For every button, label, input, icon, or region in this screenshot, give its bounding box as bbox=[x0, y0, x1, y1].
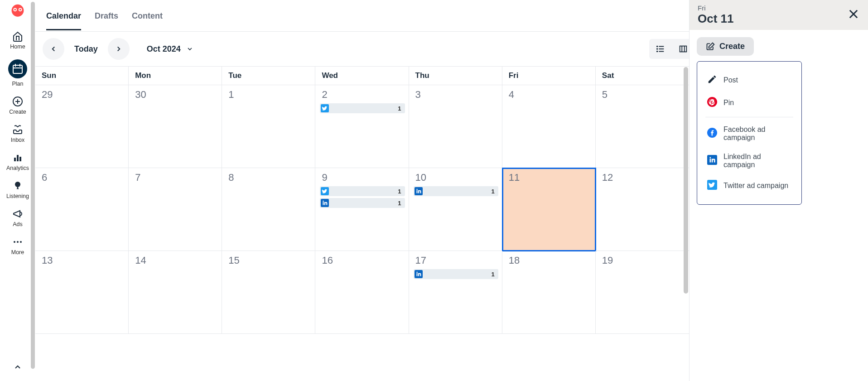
day-cell[interactable]: 21 bbox=[315, 85, 409, 168]
nav-label: Analytics bbox=[6, 165, 29, 171]
day-header: Sun bbox=[35, 67, 129, 85]
event-pill[interactable]: 1 bbox=[320, 198, 405, 208]
sidenav-scrollbar[interactable] bbox=[29, 0, 35, 381]
pinterest-icon bbox=[707, 97, 717, 109]
svg-point-4 bbox=[19, 9, 21, 10]
day-number: 1 bbox=[228, 89, 311, 101]
day-cell[interactable]: 8 bbox=[222, 168, 315, 251]
day-number: 10 bbox=[415, 172, 498, 183]
menu-item-linkedin-ad-campaign[interactable]: LinkedIn ad campaign bbox=[705, 147, 793, 174]
day-cell[interactable]: 4 bbox=[502, 85, 596, 168]
svg-point-59 bbox=[707, 97, 717, 107]
day-number: 2 bbox=[322, 89, 405, 101]
day-cell[interactable]: 5 bbox=[596, 85, 689, 168]
day-cell[interactable]: 16 bbox=[315, 251, 409, 334]
day-number: 17 bbox=[415, 255, 498, 266]
event-count: 1 bbox=[398, 105, 401, 112]
day-cell[interactable]: 6 bbox=[35, 168, 129, 251]
menu-item-facebook-ad-campaign[interactable]: Facebook ad campaign bbox=[705, 120, 793, 147]
svg-point-16 bbox=[15, 182, 20, 187]
day-cell[interactable]: 14 bbox=[129, 251, 222, 334]
menu-item-label: Pin bbox=[723, 99, 734, 107]
event-count: 1 bbox=[398, 188, 401, 195]
nav-label: Create bbox=[9, 109, 26, 115]
close-panel-button[interactable] bbox=[847, 8, 860, 22]
svg-rect-13 bbox=[14, 158, 16, 161]
svg-point-18 bbox=[17, 241, 19, 243]
event-count: 1 bbox=[398, 200, 401, 207]
compose-icon bbox=[706, 42, 715, 51]
collapse-sidebar-button[interactable] bbox=[13, 356, 22, 381]
svg-rect-35 bbox=[680, 46, 687, 52]
day-cell[interactable]: 911 bbox=[315, 168, 409, 251]
day-cell[interactable]: 19 bbox=[596, 251, 689, 334]
calendar-scrollbar[interactable] bbox=[682, 66, 689, 381]
linkedin-icon bbox=[320, 198, 330, 208]
day-cell[interactable]: 7 bbox=[129, 168, 222, 251]
day-cell[interactable]: 30 bbox=[129, 85, 222, 168]
event-pill[interactable]: 1 bbox=[320, 103, 405, 113]
hootsuite-logo bbox=[7, 3, 28, 24]
nav-label: Listening bbox=[6, 193, 29, 199]
svg-point-3 bbox=[14, 9, 16, 10]
svg-point-33 bbox=[657, 48, 658, 49]
nav-label: Ads bbox=[13, 221, 23, 227]
day-cell[interactable]: 101 bbox=[409, 168, 502, 251]
month-picker[interactable]: Oct 2024 bbox=[147, 44, 193, 54]
day-cell[interactable]: 29 bbox=[35, 85, 129, 168]
create-chip-button[interactable]: Create bbox=[697, 37, 754, 56]
menu-item-twitter-ad-campaign[interactable]: Twitter ad campaign bbox=[705, 174, 793, 197]
list-view-button[interactable] bbox=[649, 39, 672, 59]
calendar-viewport: SunMonTueWedThuFriSat 293012134567891110… bbox=[35, 66, 689, 381]
nav-label: Plan bbox=[12, 81, 23, 87]
day-number: 7 bbox=[135, 172, 218, 183]
day-cell[interactable]: 11 bbox=[502, 168, 596, 251]
day-header: Tue bbox=[222, 67, 315, 85]
twitter-icon bbox=[320, 186, 330, 196]
menu-item-label: LinkedIn ad campaign bbox=[723, 153, 791, 169]
event-pill[interactable]: 1 bbox=[320, 186, 405, 196]
event-pill[interactable]: 1 bbox=[414, 186, 498, 196]
sidenav: Home Plan Create Inbox Analytics Listeni… bbox=[0, 0, 35, 381]
tab-drafts[interactable]: Drafts bbox=[95, 1, 118, 30]
event-count: 1 bbox=[491, 271, 494, 278]
prev-period-button[interactable] bbox=[43, 38, 64, 60]
facebook-icon bbox=[707, 128, 717, 140]
day-cell[interactable]: 12 bbox=[596, 168, 689, 251]
tab-calendar[interactable]: Calendar bbox=[46, 1, 81, 30]
day-cell[interactable]: 13 bbox=[35, 251, 129, 334]
twitter-icon bbox=[320, 103, 330, 113]
next-period-button[interactable] bbox=[108, 38, 130, 60]
menu-item-label: Twitter ad campaign bbox=[723, 182, 788, 190]
day-cell[interactable]: 15 bbox=[222, 251, 315, 334]
day-cell[interactable]: 3 bbox=[409, 85, 502, 168]
menu-item-label: Post bbox=[723, 76, 738, 84]
day-number: 8 bbox=[228, 172, 311, 183]
svg-point-5 bbox=[8, 59, 27, 78]
day-cell[interactable]: 171 bbox=[409, 251, 502, 334]
linkedin-icon bbox=[707, 155, 717, 167]
today-button[interactable]: Today bbox=[68, 44, 104, 54]
menu-item-pin[interactable]: Pin bbox=[705, 92, 793, 114]
day-number: 6 bbox=[42, 172, 125, 183]
pencil-icon bbox=[707, 74, 717, 86]
menu-separator bbox=[705, 117, 793, 117]
day-number: 11 bbox=[509, 172, 592, 183]
day-number: 29 bbox=[42, 89, 125, 101]
panel-header: Fri Oct 11 bbox=[690, 0, 868, 30]
day-header: Mon bbox=[129, 67, 222, 85]
svg-point-19 bbox=[20, 241, 22, 243]
day-number: 12 bbox=[602, 172, 685, 183]
main: CalendarDraftsContent Create a post Toda… bbox=[35, 0, 868, 381]
day-number: 19 bbox=[602, 255, 685, 266]
nav-label: More bbox=[11, 249, 24, 256]
event-pill[interactable]: 1 bbox=[414, 269, 498, 279]
day-cell[interactable]: 18 bbox=[502, 251, 596, 334]
day-cell[interactable]: 1 bbox=[222, 85, 315, 168]
linkedin-icon bbox=[414, 269, 424, 279]
event-count: 1 bbox=[491, 188, 494, 195]
twitter-icon bbox=[707, 180, 717, 192]
day-header: Fri bbox=[502, 67, 596, 85]
menu-item-post[interactable]: Post bbox=[705, 69, 793, 92]
tab-content[interactable]: Content bbox=[132, 1, 163, 30]
